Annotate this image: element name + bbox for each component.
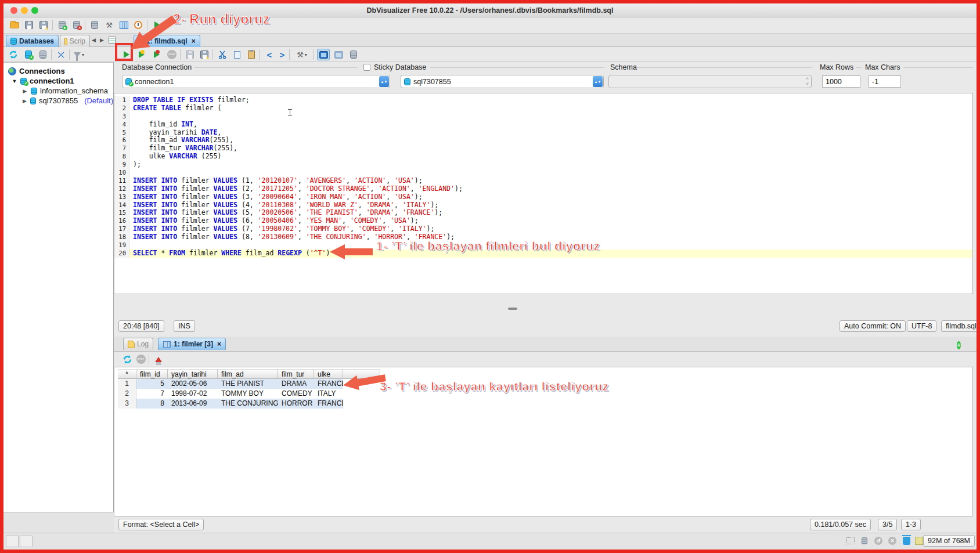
export-result-button[interactable]: [152, 353, 165, 365]
encoding-button[interactable]: UTF-8: [907, 320, 936, 332]
combo-stepper-icon[interactable]: ▲▼: [379, 76, 389, 87]
monitor-db-button[interactable]: [347, 49, 360, 60]
code-line[interactable]: 4 film_id INT,: [114, 121, 972, 129]
connection-select[interactable]: ✓ connection1 ▲▼: [122, 75, 390, 88]
connect-button[interactable]: ▸: [56, 19, 69, 31]
sticky-database-checkbox[interactable]: [363, 64, 370, 71]
table-cell[interactable]: FRANCE: [314, 399, 343, 409]
database-objects-button[interactable]: [88, 19, 101, 31]
column-header[interactable]: film_tur: [278, 369, 314, 379]
remove-connection-button[interactable]: [37, 49, 49, 60]
table-cell[interactable]: ITALY: [314, 389, 343, 399]
execute-explain-button[interactable]: [150, 49, 163, 60]
editor-save-as-button[interactable]: [198, 49, 211, 60]
tab-close-icon[interactable]: ×: [192, 37, 196, 45]
navigate-forward-button[interactable]: >: [276, 49, 289, 60]
navigate-back-button[interactable]: <: [263, 49, 276, 60]
table-cell[interactable]: 8: [136, 399, 168, 409]
paste-button[interactable]: [245, 49, 258, 60]
tab-scripts[interactable]: Scrip: [60, 35, 90, 47]
max-chars-input[interactable]: -1: [869, 75, 901, 88]
status-left-button-2[interactable]: [20, 536, 33, 547]
table-row[interactable]: 271998-07-02TOMMY BOYCOMEDYITALY: [118, 389, 380, 399]
table-cell[interactable]: 1998-07-02: [168, 389, 218, 399]
sql-commander-button[interactable]: [317, 49, 330, 60]
code-line[interactable]: 10: [114, 169, 972, 177]
open-file-button[interactable]: [8, 19, 21, 31]
add-connection-button[interactable]: +: [22, 49, 35, 60]
column-header[interactable]: film_id: [136, 369, 168, 379]
code-line[interactable]: 14INSERT INTO filmler VALUES (4, '201103…: [114, 201, 972, 209]
cut-button[interactable]: [216, 49, 229, 60]
refresh-tree-button[interactable]: [7, 49, 20, 60]
combo-stepper-icon[interactable]: ▲▼: [593, 76, 603, 87]
table-cell[interactable]: TOMMY BOY: [218, 389, 278, 399]
column-header[interactable]: *: [118, 369, 136, 379]
column-header[interactable]: film_ad: [218, 369, 278, 379]
file-name-button[interactable]: filmdb.sql: [941, 320, 980, 332]
tree-node-connection1[interactable]: ▼ ✓ connection1: [3, 76, 113, 86]
max-rows-input[interactable]: 1000: [822, 75, 860, 88]
table-row[interactable]: 382013-06-09THE CONJURINGHORRORFRANCE: [118, 399, 380, 409]
cursor-position-button[interactable]: 20:48 [840]: [118, 320, 164, 332]
code-line[interactable]: 16INSERT INTO filmler VALUES (6, '200504…: [114, 217, 972, 225]
tab-result-filmler[interactable]: 1: filmler [3] ×: [158, 338, 226, 350]
editor-save-button[interactable]: [183, 49, 196, 60]
code-line[interactable]: 6 film_ad VARCHAR(255),: [114, 136, 972, 144]
table-cell[interactable]: 2013-06-09: [168, 399, 218, 409]
stop-fetch-button[interactable]: [135, 353, 147, 365]
database-select[interactable]: sql7307855 ▲▼: [401, 75, 604, 88]
code-line[interactable]: 15INSERT INTO filmler VALUES (5, '200205…: [114, 209, 972, 217]
table-cell[interactable]: THE PIANIST: [218, 379, 278, 389]
grid-options-button[interactable]: [844, 535, 857, 547]
save-as-button[interactable]: [37, 19, 50, 31]
splitter-handle[interactable]: [508, 308, 517, 310]
column-header[interactable]: yayin_tarihi: [168, 369, 218, 379]
row-number-cell[interactable]: 2: [118, 389, 136, 399]
connections-status-button[interactable]: [858, 535, 871, 547]
code-line[interactable]: 12INSERT INTO filmler VALUES (2, '201712…: [114, 185, 972, 193]
rerun-query-button[interactable]: [121, 353, 134, 365]
code-line[interactable]: 9);: [114, 161, 972, 169]
tab-log[interactable]: Log: [123, 338, 153, 350]
table-cell[interactable]: FRANCE: [314, 379, 343, 389]
code-line[interactable]: 7 film_tur VARCHAR(255),: [114, 144, 972, 153]
code-line[interactable]: 3: [114, 113, 972, 121]
status-left-button-1[interactable]: [6, 536, 19, 547]
bookmark-editor-button[interactable]: [332, 49, 345, 60]
tab-databases[interactable]: Databases: [6, 35, 59, 47]
table-cell[interactable]: THE CONJURING: [218, 399, 278, 409]
row-number-cell[interactable]: 3: [118, 399, 136, 409]
clear-status-button[interactable]: ✕: [886, 535, 899, 547]
trash-button[interactable]: [900, 535, 913, 547]
auto-commit-button[interactable]: Auto Commit: ON: [840, 320, 906, 332]
table-view-button[interactable]: [117, 19, 130, 31]
table-cell[interactable]: 2002-05-06: [168, 379, 218, 389]
table-cell[interactable]: HORROR: [278, 399, 314, 409]
expander-open-icon[interactable]: ▼: [12, 78, 17, 84]
tab-scroll-right-icon[interactable]: ▶: [100, 37, 104, 43]
code-line[interactable]: 2CREATE TABLE filmler (: [114, 104, 972, 113]
column-header[interactable]: ulke: [314, 369, 343, 379]
code-line[interactable]: 13INSERT INTO filmler VALUES (3, '200906…: [114, 193, 972, 201]
code-line[interactable]: 5 yayin_tarihi DATE,: [114, 129, 972, 137]
stop-button[interactable]: [165, 49, 178, 60]
table-cell[interactable]: 5: [136, 379, 168, 389]
tab-scroll-left-icon[interactable]: ◀: [92, 37, 96, 43]
tree-node-sql7307855[interactable]: ▶ sql7307855 (Default): [3, 96, 113, 106]
table-cell[interactable]: 7: [136, 389, 168, 399]
insert-mode-button[interactable]: INS: [174, 320, 195, 332]
gc-refresh-button[interactable]: ↺: [872, 535, 885, 547]
code-line[interactable]: 8 ulke VARCHAR (255): [114, 153, 972, 161]
disconnect-button[interactable]: ×: [70, 19, 83, 31]
tools-button[interactable]: ⚒: [103, 19, 116, 31]
table-cell[interactable]: COMEDY: [278, 389, 314, 399]
code-line[interactable]: 1DROP TABLE IF EXISTS filmler;: [114, 96, 972, 104]
format-cell-button[interactable]: Format: <Select a Cell>: [118, 519, 204, 530]
expander-closed-icon[interactable]: ▶: [22, 98, 27, 104]
sql-editor[interactable]: 1DROP TABLE IF EXISTS filmler;2CREATE TA…: [114, 93, 973, 294]
expander-closed-icon[interactable]: ▶: [22, 88, 28, 94]
copy-button[interactable]: [230, 49, 243, 60]
collapse-tree-button[interactable]: ⤫: [55, 49, 67, 60]
tree-root-connections[interactable]: Connections: [3, 66, 113, 76]
